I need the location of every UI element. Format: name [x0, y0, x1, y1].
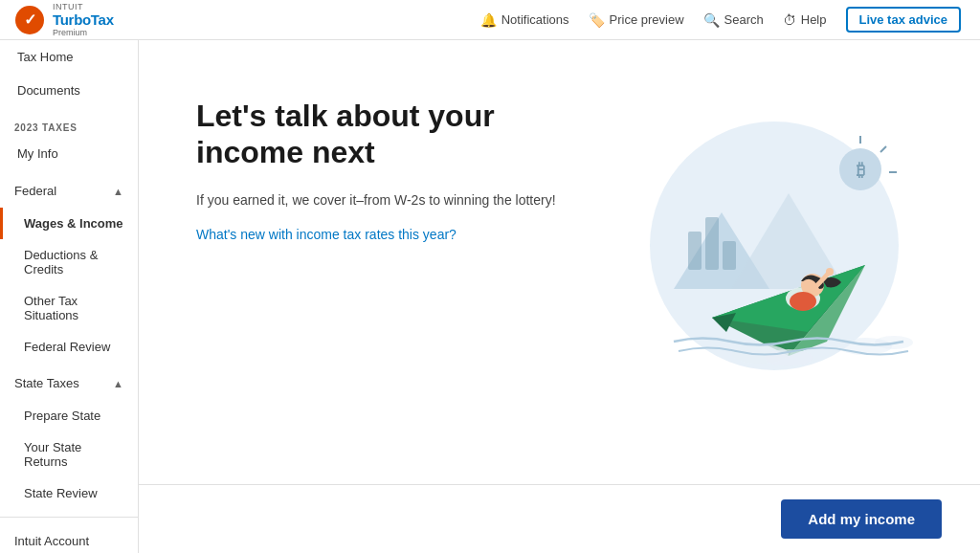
sidebar-item-federal-review[interactable]: Federal Review: [0, 331, 138, 363]
sidebar-item-wages-income[interactable]: Wages & Income: [0, 208, 138, 239]
logo: ✓ intuit TurboTax Premium: [0, 0, 139, 40]
taxes-section-header: 2023 TAXES: [0, 111, 138, 137]
illustration-area: ₿: [579, 88, 943, 484]
search-icon: 🔍: [703, 12, 720, 28]
federal-label: Federal: [14, 184, 56, 198]
federal-group: Federal ▲ Wages & Income Deductions & Cr…: [0, 174, 138, 363]
price-preview-label: Price preview: [610, 12, 684, 27]
header: ✓ intuit TurboTax Premium 🔔 Notification…: [0, 0, 980, 40]
sidebar-item-other-tax-situations[interactable]: Other Tax Situations: [0, 285, 138, 331]
income-tax-rates-link[interactable]: What's new with income tax rates this ye…: [196, 227, 457, 242]
logo-turbotax-text: TurboTax: [53, 11, 114, 28]
documents-label: Documents: [17, 83, 80, 98]
turbotax-logo-icon: ✓: [14, 5, 45, 35]
price-preview-nav-item[interactable]: 🏷️ Price preview: [589, 12, 684, 28]
deductions-credits-label: Deductions & Credits: [24, 248, 123, 276]
sidebar: Tax Home Documents 2023 TAXES My Info Fe…: [0, 40, 139, 553]
svg-rect-9: [705, 217, 719, 270]
svg-text:₿: ₿: [857, 161, 865, 180]
tax-home-label: Tax Home: [17, 50, 74, 64]
content-inner: Let's talk about your income next If you…: [139, 40, 980, 553]
sidebar-item-prepare-state[interactable]: Prepare State: [0, 400, 138, 431]
sidebar-item-tax-home[interactable]: Tax Home: [0, 40, 138, 74]
notifications-label: Notifications: [501, 12, 569, 27]
logo-premium-text: Premium: [53, 28, 114, 37]
search-nav-item[interactable]: 🔍 Search: [703, 12, 764, 28]
main-layout: Tax Home Documents 2023 TAXES My Info Fe…: [0, 40, 980, 553]
content-text: Let's talk about your income next If you…: [196, 88, 560, 484]
add-my-income-button[interactable]: Add my income: [781, 499, 942, 539]
price-icon: 🏷️: [589, 12, 605, 28]
svg-rect-10: [723, 241, 736, 270]
state-chevron-up-icon: ▲: [113, 378, 123, 389]
help-label: Help: [801, 12, 827, 27]
content-footer: Add my income: [139, 484, 980, 553]
state-taxes-group-header[interactable]: State Taxes ▲: [0, 366, 138, 400]
header-nav: 🔔 Notifications 🏷️ Price preview 🔍 Searc…: [480, 7, 961, 33]
federal-chevron-up-icon: ▲: [113, 186, 123, 197]
live-tax-advice-button[interactable]: Live tax advice: [846, 7, 962, 33]
bell-icon: 🔔: [480, 12, 497, 28]
intuit-account-label: Intuit Account: [14, 534, 89, 548]
page-subtitle: If you earned it, we cover it–from W-2s …: [196, 190, 560, 210]
other-tax-situations-label: Other Tax Situations: [24, 294, 123, 322]
sidebar-item-my-info[interactable]: My Info: [0, 137, 138, 170]
your-state-returns-label: Your State Returns: [24, 440, 123, 469]
help-icon: ⏱: [783, 12, 796, 28]
top-nav-group: Tax Home Documents: [0, 40, 138, 107]
help-nav-item[interactable]: ⏱ Help: [783, 12, 827, 28]
state-review-label: State Review: [24, 486, 98, 500]
my-info-label: My Info: [17, 146, 58, 161]
sidebar-divider: [0, 517, 138, 518]
sidebar-item-intuit-account[interactable]: Intuit Account: [0, 525, 138, 553]
sidebar-item-your-state-returns[interactable]: Your State Returns: [0, 431, 138, 477]
prepare-state-label: Prepare State: [24, 409, 100, 423]
svg-line-6: [880, 146, 886, 152]
federal-group-header[interactable]: Federal ▲: [0, 174, 138, 208]
svg-point-18: [826, 268, 834, 276]
income-illustration: ₿: [597, 98, 923, 375]
logo-intuit-text: intuit: [53, 2, 114, 11]
content-area: Let's talk about your income next If you…: [139, 40, 980, 553]
sidebar-item-deductions-credits[interactable]: Deductions & Credits: [0, 239, 138, 285]
sidebar-item-state-review[interactable]: State Review: [0, 477, 138, 509]
svg-point-17: [790, 292, 816, 311]
svg-text:✓: ✓: [24, 11, 36, 28]
page-title: Let's talk about your income next: [196, 98, 560, 171]
svg-rect-8: [688, 232, 702, 270]
state-taxes-group: State Taxes ▲ Prepare State Your State R…: [0, 366, 138, 509]
federal-review-label: Federal Review: [24, 340, 110, 354]
search-label: Search: [724, 12, 764, 27]
state-taxes-label: State Taxes: [14, 376, 79, 390]
content-body: Let's talk about your income next If you…: [139, 40, 980, 484]
wages-income-label: Wages & Income: [24, 216, 123, 231]
sidebar-item-documents[interactable]: Documents: [0, 74, 138, 107]
notifications-nav-item[interactable]: 🔔 Notifications: [480, 12, 569, 28]
my-info-group: My Info: [0, 137, 138, 170]
